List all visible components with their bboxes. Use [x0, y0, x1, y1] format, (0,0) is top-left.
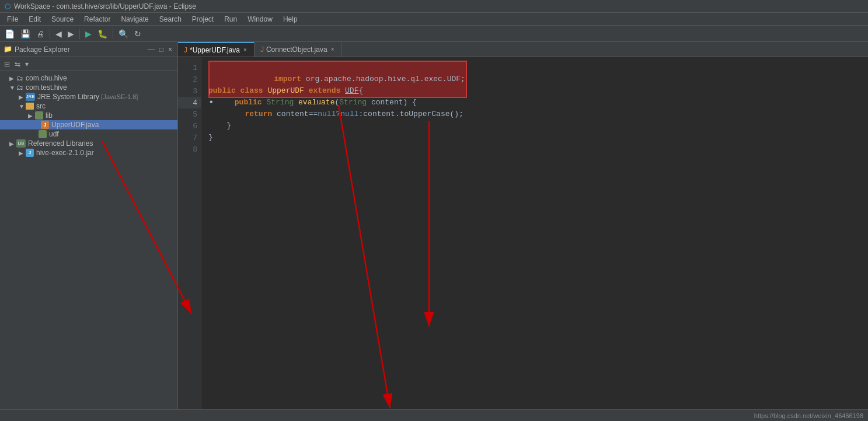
tree-label-lib: lib	[46, 111, 53, 120]
tree-item-hive-exec[interactable]: ▶ J hive-exec-2.1.0.jar	[0, 148, 177, 157]
tab-close-upperudf[interactable]: ×	[242, 47, 248, 53]
line-num-8: 8	[178, 143, 201, 155]
project-icon-com-test-hive: 🗂	[16, 83, 23, 92]
tb-print[interactable]: 🖨	[34, 28, 47, 40]
line-num-6: 6	[178, 120, 201, 132]
tree-item-com-test-hive[interactable]: ▼ 🗂 com.test.hive	[0, 83, 177, 92]
tb-back[interactable]: ◀	[53, 28, 64, 40]
menu-refactor[interactable]: Refactor	[79, 14, 115, 24]
menu-edit[interactable]: Edit	[24, 14, 46, 24]
line-numbers: 1 2 3 4 5 6 7 8	[178, 57, 201, 409]
line-num-4: 4	[178, 97, 201, 108]
tb-search[interactable]: 🔍	[116, 28, 131, 40]
tree-item-com-chu-hive[interactable]: ▶ 🗂 com.chu.hive	[0, 73, 177, 83]
panel-minimize-button[interactable]: —	[146, 45, 156, 54]
code-area[interactable]: 1 2 3 4 5 6 7 8 package lib;	[178, 57, 868, 409]
tree-arrow-com-test-hive: ▼	[9, 85, 16, 91]
link-editor-button[interactable]: ⇆	[13, 59, 22, 69]
menu-search[interactable]: Search	[155, 14, 186, 24]
tree-arrow-src: ▼	[19, 103, 26, 110]
toolbar: 📄 💾 🖨 ◀ ▶ ▶ 🐛 🔍 ↻	[0, 26, 868, 42]
code-line-2: import org.apache.hadoop.hive.ql.exec.UD…	[208, 73, 861, 85]
code-line-6: }	[208, 120, 861, 132]
tree-label-referenced-libraries: Referenced Libraries	[28, 139, 93, 148]
tb-save[interactable]: 💾	[18, 28, 33, 40]
code-editor-panel: J *UpperUDF.java × J ConnectObject.java …	[178, 42, 868, 409]
tb-sep3	[113, 29, 113, 39]
tab-close-connectobject[interactable]: ×	[330, 46, 336, 52]
breakpoint-dot: •	[208, 97, 214, 108]
tree-arrow-lib: ▶	[28, 113, 35, 119]
menu-navigate[interactable]: Navigate	[116, 14, 153, 24]
tree-label-com-test-hive: com.test.hive	[26, 83, 67, 92]
tab-bar: J *UpperUDF.java × J ConnectObject.java …	[178, 42, 868, 57]
line-num-3: 3	[178, 85, 201, 97]
tab-connectobject[interactable]: J ConnectObject.java ×	[255, 42, 342, 57]
project-icon-com-chu-hive: 🗂	[16, 74, 23, 82]
src-folder-icon	[26, 103, 34, 110]
tree-item-upperudf[interactable]: J UpperUDF.java	[0, 120, 177, 129]
eclipse-icon: ⬡	[5, 2, 11, 10]
line-num-2: 2	[178, 73, 201, 85]
jre-icon: JRE	[26, 93, 35, 101]
menu-file[interactable]: File	[2, 14, 23, 24]
referenced-libraries-icon: LIB	[16, 139, 26, 148]
tree-label-src: src	[36, 102, 46, 110]
package-explorer-panel: 📁 Package Explorer — □ × ⊟ ⇆ ▾	[0, 42, 178, 409]
tree-item-src[interactable]: ▼ src	[0, 101, 177, 111]
tb-run[interactable]: ▶	[83, 28, 94, 40]
line-num-5: 5	[178, 108, 201, 120]
tree-arrow-referenced: ▶	[9, 141, 16, 147]
menu-help[interactable]: Help	[278, 14, 302, 24]
tb-sep2	[79, 29, 80, 39]
tb-debug[interactable]: 🐛	[95, 28, 110, 40]
panel-title-area: 📁 Package Explorer	[4, 45, 70, 54]
status-url: https://blog.csdn.net/weixin_46466198	[754, 412, 863, 419]
tree-label-com-chu-hive: com.chu.hive	[26, 74, 67, 82]
tree-label-udf: udf	[49, 130, 59, 138]
panel-close-button[interactable]: ×	[166, 45, 174, 54]
tree-item-lib[interactable]: ▶ lib	[0, 111, 177, 120]
package-explorer-tree[interactable]: ▶ 🗂 com.chu.hive ▼ 🗂 com.test.hive ▶ JRE	[0, 71, 177, 409]
java-file-icon-upperudf: J	[41, 121, 49, 129]
tb-refresh[interactable]: ↻	[132, 28, 144, 40]
code-line-5: return content==null?null:content.toUppe…	[208, 108, 861, 120]
panel-toolbar: ⊟ ⇆ ▾	[0, 57, 177, 71]
menu-project[interactable]: Project	[187, 14, 218, 24]
tree-arrow-com-chu-hive: ▶	[9, 75, 16, 82]
panel-header: 📁 Package Explorer — □ ×	[0, 42, 177, 57]
status-bar: https://blog.csdn.net/weixin_46466198	[0, 409, 868, 421]
panel-maximize-button[interactable]: □	[158, 45, 165, 54]
tab-java-icon-connectobject: J	[260, 45, 264, 54]
tab-upperudf[interactable]: J *UpperUDF.java ×	[178, 42, 255, 57]
tab-label-connectobject: ConnectObject.java	[266, 45, 327, 54]
title-bar: ⬡ WorkSpace - com.test.hive/src/lib/Uppe…	[0, 0, 868, 13]
tree-label-upperudf: UpperUDF.java	[51, 121, 99, 129]
window-title: WorkSpace - com.test.hive/src/lib/UpperU…	[14, 2, 196, 10]
code-content[interactable]: package lib; import org.apache.hadoop.hi…	[201, 57, 868, 409]
view-menu-button[interactable]: ▾	[23, 59, 30, 69]
tree-item-referenced-libraries[interactable]: ▶ LIB Referenced Libraries	[0, 139, 177, 148]
menu-bar: File Edit Source Refactor Navigate Searc…	[0, 13, 868, 26]
tree-arrow-jre: ▶	[19, 94, 26, 100]
tree-item-jre[interactable]: ▶ JRE JRE System Library [JavaSE-1.8]	[0, 92, 177, 101]
code-line-4: • public String evaluate(String content)…	[208, 97, 861, 108]
line-num-7: 7	[178, 132, 201, 143]
menu-window[interactable]: Window	[243, 14, 277, 24]
main-layout: 📁 Package Explorer — □ × ⊟ ⇆ ▾	[0, 42, 868, 409]
tab-label-upperudf: *UpperUDF.java	[190, 46, 240, 54]
tb-forward[interactable]: ▶	[65, 28, 76, 40]
tree-item-udf[interactable]: udf	[0, 129, 177, 139]
menu-run[interactable]: Run	[219, 14, 242, 24]
panel-controls: — □ ×	[146, 45, 174, 54]
panel-title: Package Explorer	[15, 45, 70, 54]
menu-source[interactable]: Source	[47, 14, 78, 24]
tb-new[interactable]: 📄	[2, 28, 17, 40]
tree-arrow-hive-exec: ▶	[19, 150, 26, 156]
udf-package-icon	[39, 130, 47, 138]
package-explorer-icon: 📁	[4, 45, 12, 54]
code-line-3: public class UpperUDF extends UDF{	[208, 85, 861, 97]
tree-label-jre: JRE System Library [JavaSE-1.8]	[37, 93, 138, 101]
code-line-8	[208, 143, 861, 155]
collapse-all-button[interactable]: ⊟	[2, 59, 12, 69]
